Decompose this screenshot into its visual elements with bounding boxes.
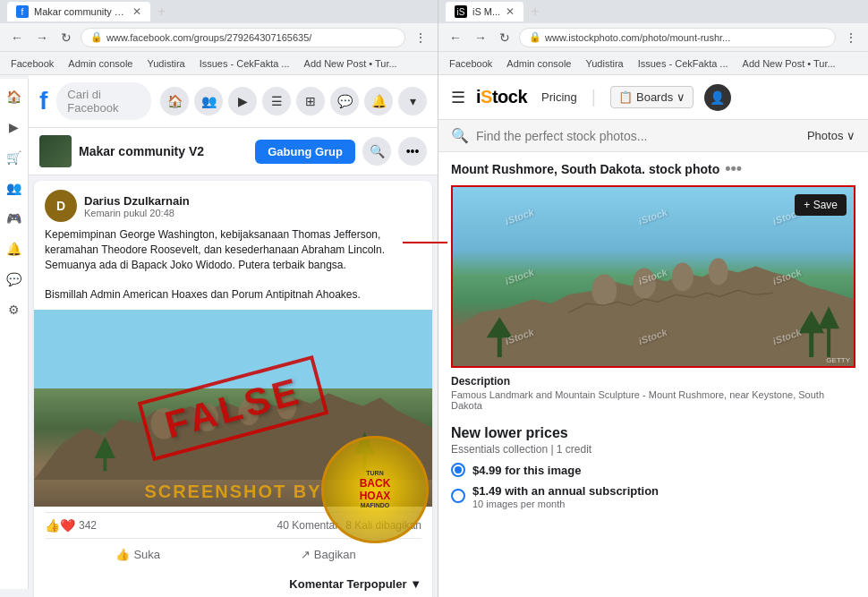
save-button[interactable]: + Save	[795, 194, 847, 216]
url-bar[interactable]: 🔒 www.facebook.com/groups/27926430716563…	[81, 28, 405, 47]
fb-menu-header-icon[interactable]: ☰	[262, 87, 291, 115]
comment-sort-label[interactable]: Komentar Terpopuler ▼	[45, 577, 421, 591]
pricing-option1-radio[interactable]	[451, 463, 465, 477]
fb-notifications-icon[interactable]: 🔔	[4, 238, 25, 260]
photo-title: Mount Rushmore, South Dakota. stock phot…	[438, 152, 868, 185]
fb-home-icon[interactable]: 🏠	[4, 86, 25, 107]
facebook-tab-icon: f	[16, 5, 29, 18]
pricing-option1-label: $4.99 for this image	[472, 464, 581, 477]
fb-chevron-icon[interactable]: ▾	[398, 87, 427, 115]
description-text: Famous Landmark and Mountain Sculpture -…	[451, 389, 855, 411]
fb-apps-header-icon[interactable]: ⊞	[296, 87, 325, 115]
back-button[interactable]: ←	[7, 29, 27, 47]
istock-user-button[interactable]: 👤	[704, 84, 731, 111]
group-name: Makar community V2	[79, 144, 248, 158]
istock-tab-icon: iS	[455, 5, 467, 18]
post-time: Kemarin pukul 20:48	[84, 208, 421, 218]
comment-count: 40 Komentar	[277, 519, 339, 532]
istock-url-bar[interactable]: 🔒 www.istockphoto.com/photo/mount-rushr.…	[519, 28, 836, 47]
fb-groups-icon[interactable]: 👥	[4, 177, 25, 199]
fb-logo: f	[39, 87, 47, 115]
fb-friends-header-icon[interactable]: 👥	[194, 87, 223, 115]
fb-search-bar[interactable]: Cari di Facebook	[56, 82, 151, 120]
istock-bookmark-addpost[interactable]: Add New Post • Tur...	[739, 56, 839, 71]
pricing-subtitle: Essentials collection | 1 credit	[451, 443, 855, 456]
group-avatar	[39, 135, 72, 167]
url-text: www.facebook.com/groups/279264307165635/	[106, 32, 311, 43]
istock-watermark-grid: iStock iStock iStock iStock iStock iStoc…	[453, 187, 854, 366]
new-tab-button[interactable]: +	[154, 4, 169, 20]
search-icon: 🔍	[451, 127, 469, 144]
bookmark-issues[interactable]: Issues - CekFakta ...	[196, 56, 294, 71]
bookmark-admin[interactable]: Admin console	[64, 56, 136, 71]
fb-search-placeholder: Cari di Facebook	[67, 88, 118, 115]
author-name[interactable]: Darius Dzulkarnain	[84, 194, 421, 208]
fb-settings-icon[interactable]: ⚙	[4, 299, 25, 320]
bookmark-yudistira[interactable]: Yudistira	[143, 56, 188, 71]
istock-header: ☰ iStock Pricing | 📋 Boards ∨ 👤	[438, 75, 868, 120]
pricing-option2-label: $1.49 with an annual subscription	[472, 484, 659, 498]
copyright-text: GETTY	[826, 356, 850, 364]
like-action[interactable]: 👍 Suka	[45, 542, 232, 567]
fb-messages-icon[interactable]: 💬	[4, 269, 25, 290]
photos-dropdown[interactable]: Photos ∨	[807, 129, 855, 142]
group-search-button[interactable]: 🔍	[362, 137, 391, 166]
istock-description: Description Famous Landmark and Mountain…	[438, 368, 868, 418]
boards-label: Boards ∨	[636, 90, 685, 104]
author-avatar: D	[45, 190, 77, 222]
extensions-button[interactable]: ⋮	[411, 29, 430, 47]
istock-bookmark-facebook[interactable]: Facebook	[446, 56, 496, 71]
istock-search-bar: 🔍 Photos ∨	[438, 120, 868, 152]
istock-bookmark-issues[interactable]: Issues - CekFakta ...	[634, 56, 732, 71]
istock-bookmark-yudistira[interactable]: Yudistira	[582, 56, 626, 71]
istock-image-container: iStock iStock iStock iStock iStock iStoc…	[451, 185, 855, 368]
istock-pricing-link[interactable]: Pricing	[541, 90, 577, 104]
istock-extensions-button[interactable]: ⋮	[841, 29, 861, 47]
istock-tab-label: iS M...	[472, 6, 500, 17]
bookmark-addpost[interactable]: Add New Post • Tur...	[301, 56, 401, 71]
fb-gaming-icon[interactable]: 🎮	[4, 208, 25, 229]
bookmark-facebook[interactable]: Facebook	[7, 56, 57, 71]
istock-logo: iStock	[476, 87, 527, 107]
share-action[interactable]: ↗ Bagikan	[235, 542, 422, 567]
istock-url-text: www.istockphoto.com/photo/mount-rushr...	[545, 32, 730, 43]
tab-close-icon[interactable]: ✕	[132, 5, 141, 18]
fb-watch-header-icon[interactable]: ▶	[228, 87, 257, 115]
boards-icon: 📋	[618, 90, 633, 104]
refresh-button[interactable]: ↻	[57, 29, 75, 47]
connection-line	[403, 242, 447, 243]
istock-boards-button[interactable]: 📋 Boards ∨	[610, 86, 694, 108]
istock-pricing-section: New lower prices Essentials collection |…	[438, 418, 868, 522]
fb-watch-icon[interactable]: ▶	[4, 116, 25, 138]
group-more-button[interactable]: •••	[398, 137, 427, 166]
description-title: Description	[451, 375, 855, 388]
pricing-option2-radio[interactable]	[451, 489, 465, 503]
join-group-button[interactable]: Gabung Grup	[255, 140, 355, 164]
istock-hamburger-icon[interactable]: ☰	[451, 88, 465, 107]
istock-panel: iS iS M... ✕ + ← → ↻ 🔒 www.istockphoto.c…	[438, 0, 868, 597]
post-text: Kepemimpinan George Washington, kebijaks…	[45, 227, 421, 303]
facebook-tab[interactable]: f Makar community V2 | Fa... ✕	[7, 2, 150, 21]
facebook-tab-label: Makar community V2 | Fa...	[34, 6, 127, 17]
pricing-option2-sub: 10 images per month	[472, 499, 659, 509]
photo-title-text: Mount Rushmore, South Dakota. stock phot…	[451, 162, 719, 176]
istock-main-image: iStock iStock iStock iStock iStock iStoc…	[453, 187, 854, 366]
fb-messenger-icon[interactable]: 💬	[330, 87, 359, 115]
istock-bookmark-admin[interactable]: Admin console	[503, 56, 574, 71]
istock-refresh-button[interactable]: ↻	[496, 29, 514, 47]
fb-marketplace-icon[interactable]: 🛒	[4, 147, 25, 168]
photo-more-icon[interactable]: •••	[725, 159, 742, 178]
pricing-title: New lower prices	[451, 425, 855, 441]
istock-back-button[interactable]: ←	[446, 29, 465, 47]
istock-tab[interactable]: iS iS M... ✕	[446, 2, 523, 21]
fb-bell-icon[interactable]: 🔔	[364, 87, 393, 115]
search-input[interactable]	[476, 129, 800, 143]
istock-tab-close-icon[interactable]: ✕	[506, 5, 515, 18]
facebook-sidebar: 🏠 ▶ 🛒 👥 🎮 🔔 💬 ⚙	[0, 79, 29, 589]
istock-forward-button[interactable]: →	[471, 29, 490, 47]
fb-home-header-icon[interactable]: 🏠	[160, 87, 189, 115]
reaction-count: 👍❤️ 342	[45, 518, 97, 533]
forward-button[interactable]: →	[32, 29, 52, 47]
istock-new-tab-button[interactable]: +	[527, 4, 542, 20]
hoax-watermark: TURN BACK HOAX MAFINDO	[321, 436, 429, 543]
